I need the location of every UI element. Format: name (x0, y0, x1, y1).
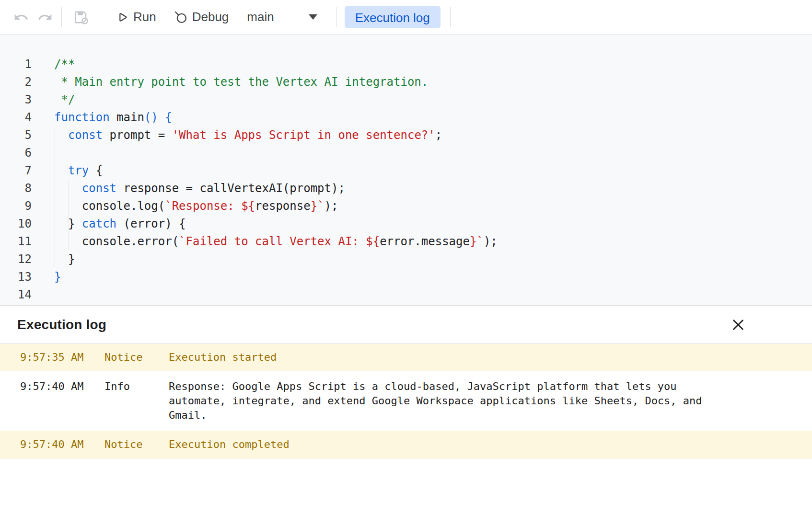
code-line: 9 console.log(`Response: ${response}`); (0, 197, 812, 215)
code-token: ; (435, 128, 442, 142)
code-line: 5 const prompt = 'What is Apps Script in… (0, 126, 812, 144)
undo-icon (13, 10, 29, 25)
code-token: console.log( (54, 199, 165, 213)
code-text: try { (32, 162, 103, 180)
code-token: `Response: ${ (165, 199, 255, 213)
toolbar-divider (336, 7, 337, 27)
log-message: Execution started (169, 350, 715, 365)
code-text (32, 286, 54, 304)
code-token: } (54, 217, 82, 230)
code-token: * Main entry point to test the Vertex AI… (54, 75, 428, 89)
code-token: } (54, 252, 75, 266)
code-line: 10 } catch (error) { (0, 215, 812, 233)
code-lines: 1/**2 * Main entry point to test the Ver… (0, 56, 812, 304)
code-line: 14 (0, 286, 812, 304)
code-line: 13} (0, 268, 812, 286)
code-token: { (89, 164, 103, 177)
log-entry-row: 9:57:40 AMInfoResponse: Google Apps Scri… (0, 371, 812, 431)
code-token: ); (325, 199, 338, 213)
run-button[interactable]: Run (111, 6, 161, 28)
undo-button[interactable] (11, 7, 32, 28)
selected-function-label: main (247, 10, 274, 24)
code-token: response (255, 199, 311, 213)
code-line: 2 * Main entry point to test the Vertex … (0, 73, 812, 91)
code-token (54, 182, 82, 195)
run-button-label: Run (133, 10, 156, 24)
line-number: 9 (0, 197, 32, 215)
line-number: 12 (0, 251, 32, 268)
code-token: () (144, 111, 158, 124)
toolbar: Run Debug main Execution log (0, 0, 812, 34)
code-token: function (54, 111, 110, 124)
execution-log-button[interactable]: Execution log (345, 6, 441, 28)
log-entry-row: 9:57:35 AMNoticeExecution started (0, 344, 812, 371)
code-token: try (68, 164, 89, 177)
log-timestamp: 9:57:35 AM (20, 350, 104, 365)
indent-guide (69, 180, 69, 251)
code-token: console.error( (54, 235, 179, 248)
code-text: } (32, 268, 61, 286)
code-line: 6 (0, 144, 812, 162)
code-line: 3 */ (0, 91, 812, 109)
toolbar-divider (450, 7, 451, 27)
apps-script-editor: Run Debug main Execution log 1/**2 * Mai… (0, 0, 812, 526)
line-number: 6 (0, 144, 32, 162)
code-text: console.log(`Response: ${response}`); (32, 197, 338, 215)
code-line: 12 } (0, 251, 812, 268)
code-token: response = callVertexAI(prompt); (116, 182, 345, 195)
line-number: 11 (0, 233, 32, 251)
log-level: Notice (104, 437, 169, 452)
code-editor[interactable]: 1/**2 * Main entry point to test the Ver… (0, 34, 812, 305)
code-token: { (158, 111, 172, 124)
code-line: 7 try { (0, 162, 812, 180)
line-number: 7 (0, 162, 32, 180)
code-token: catch (82, 217, 116, 230)
close-button[interactable] (728, 314, 749, 335)
code-token: */ (54, 93, 75, 106)
function-selector-dropdown[interactable]: main (240, 6, 328, 28)
line-number: 14 (0, 286, 32, 304)
line-number: 5 (0, 126, 32, 144)
redo-button[interactable] (35, 7, 56, 28)
line-number: 13 (0, 268, 32, 286)
indent-guide (55, 126, 55, 268)
toolbar-divider (61, 7, 62, 27)
close-icon (731, 317, 746, 332)
line-number: 3 (0, 91, 32, 109)
code-line: 11 console.error(`Failed to call Vertex … (0, 233, 812, 251)
code-text: const prompt = 'What is Apps Script in o… (32, 126, 442, 144)
log-entries: 9:57:35 AMNoticeExecution started9:57:40… (0, 344, 812, 458)
code-text: /** (32, 56, 75, 73)
code-token: error.message (380, 235, 470, 248)
code-line: 1/** (0, 56, 812, 73)
code-token: `Failed to call Vertex AI: ${ (179, 235, 380, 248)
save-project-button[interactable] (70, 7, 92, 28)
execution-log-panel: Execution log 9:57:35 AMNoticeExecution … (0, 305, 812, 526)
chevron-down-icon (309, 14, 317, 20)
debug-button-label: Debug (192, 10, 229, 24)
code-text: function main() { (32, 109, 172, 126)
log-level: Info (104, 379, 169, 423)
code-token: }` (311, 199, 325, 213)
debug-icon (174, 10, 188, 24)
play-icon (116, 11, 129, 24)
code-text: * Main entry point to test the Vertex AI… (32, 73, 428, 91)
code-text (32, 144, 54, 162)
code-text: } (32, 251, 75, 268)
line-number: 10 (0, 215, 32, 233)
code-token: const (68, 128, 103, 142)
code-token: 'What is Apps Script in one sentence?' (172, 128, 435, 142)
execution-log-title: Execution log (17, 317, 106, 332)
code-line: 4function main() { (0, 109, 812, 126)
code-text: */ (32, 91, 75, 109)
debug-button[interactable]: Debug (169, 6, 234, 28)
log-level: Notice (104, 350, 169, 365)
log-message: Execution completed (169, 437, 715, 452)
log-timestamp: 9:57:40 AM (20, 437, 104, 452)
code-line: 8 const response = callVertexAI(prompt); (0, 180, 812, 197)
code-token: const (82, 182, 116, 195)
code-token: /** (54, 57, 75, 71)
redo-icon (37, 10, 53, 25)
line-number: 1 (0, 56, 32, 73)
code-token: (error) { (116, 217, 186, 230)
